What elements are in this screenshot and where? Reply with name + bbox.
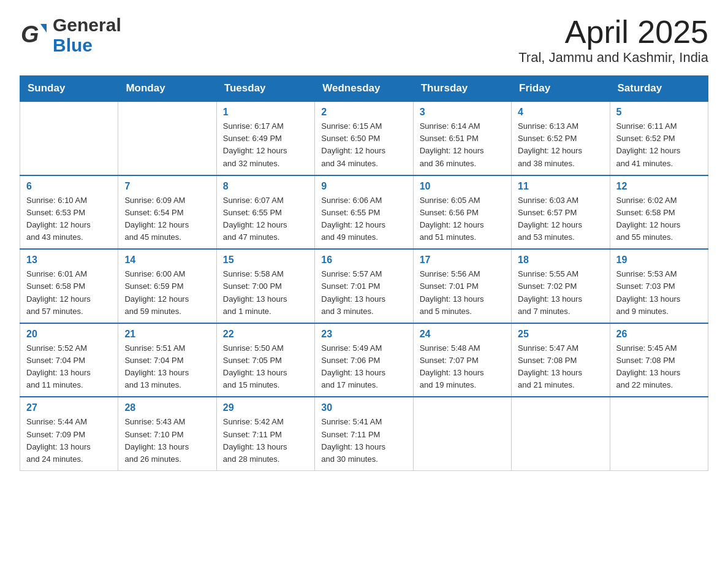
title-block: April 2025 Tral, Jammu and Kashmir, Indi… <box>518 15 708 66</box>
calendar-cell: 29Sunrise: 5:42 AMSunset: 7:11 PMDayligh… <box>216 397 314 470</box>
day-number: 23 <box>321 329 406 340</box>
calendar-cell: 10Sunrise: 6:05 AMSunset: 6:56 PMDayligh… <box>413 175 511 250</box>
day-info: Sunrise: 5:45 AMSunset: 7:08 PMDaylight:… <box>616 342 702 392</box>
calendar-cell: 26Sunrise: 5:45 AMSunset: 7:08 PMDayligh… <box>610 323 708 397</box>
day-number: 21 <box>124 329 210 340</box>
calendar-cell: 11Sunrise: 6:03 AMSunset: 6:57 PMDayligh… <box>512 175 610 250</box>
day-number: 3 <box>420 107 505 118</box>
day-number: 13 <box>26 255 112 266</box>
day-info: Sunrise: 5:52 AMSunset: 7:04 PMDaylight:… <box>26 342 112 392</box>
weekday-header-tuesday: Tuesday <box>216 76 314 102</box>
calendar-header: SundayMondayTuesdayWednesdayThursdayFrid… <box>20 76 708 102</box>
day-number: 12 <box>616 181 702 192</box>
day-number: 4 <box>518 107 603 118</box>
day-number: 14 <box>124 255 210 266</box>
day-number: 17 <box>420 255 505 266</box>
calendar-cell: 23Sunrise: 5:49 AMSunset: 7:06 PMDayligh… <box>315 323 413 397</box>
calendar-cell <box>610 397 708 470</box>
calendar-week-5: 27Sunrise: 5:44 AMSunset: 7:09 PMDayligh… <box>20 397 708 470</box>
day-number: 22 <box>223 329 308 340</box>
day-info: Sunrise: 5:48 AMSunset: 7:07 PMDaylight:… <box>420 342 505 392</box>
weekday-header-saturday: Saturday <box>610 76 708 102</box>
weekday-header-friday: Friday <box>512 76 610 102</box>
calendar-cell <box>413 397 511 470</box>
logo: G General Blue <box>20 15 121 55</box>
calendar-cell: 17Sunrise: 5:56 AMSunset: 7:01 PMDayligh… <box>413 249 511 323</box>
calendar-body: 1Sunrise: 6:17 AMSunset: 6:49 PMDaylight… <box>20 101 708 470</box>
day-info: Sunrise: 6:06 AMSunset: 6:55 PMDaylight:… <box>321 194 406 244</box>
day-info: Sunrise: 6:17 AMSunset: 6:49 PMDaylight:… <box>223 120 308 170</box>
calendar-cell: 9Sunrise: 6:06 AMSunset: 6:55 PMDaylight… <box>315 175 413 250</box>
day-number: 18 <box>518 255 603 266</box>
calendar-cell: 4Sunrise: 6:13 AMSunset: 6:52 PMDaylight… <box>512 101 610 175</box>
day-info: Sunrise: 5:44 AMSunset: 7:09 PMDaylight:… <box>26 416 112 465</box>
calendar-cell: 16Sunrise: 5:57 AMSunset: 7:01 PMDayligh… <box>315 249 413 323</box>
calendar-cell <box>118 101 216 175</box>
day-number: 26 <box>616 329 702 340</box>
day-info: Sunrise: 6:09 AMSunset: 6:54 PMDaylight:… <box>124 194 210 244</box>
day-info: Sunrise: 6:14 AMSunset: 6:51 PMDaylight:… <box>420 120 505 170</box>
day-number: 1 <box>223 107 308 118</box>
day-info: Sunrise: 6:05 AMSunset: 6:56 PMDaylight:… <box>420 194 505 244</box>
day-number: 20 <box>26 329 112 340</box>
calendar-cell <box>512 397 610 470</box>
weekday-header-sunday: Sunday <box>20 76 118 102</box>
day-number: 16 <box>321 255 406 266</box>
calendar-cell: 1Sunrise: 6:17 AMSunset: 6:49 PMDaylight… <box>216 101 314 175</box>
day-info: Sunrise: 6:11 AMSunset: 6:52 PMDaylight:… <box>616 120 702 170</box>
calendar-cell <box>20 101 118 175</box>
calendar-cell: 20Sunrise: 5:52 AMSunset: 7:04 PMDayligh… <box>20 323 118 397</box>
calendar-cell: 8Sunrise: 6:07 AMSunset: 6:55 PMDaylight… <box>216 175 314 250</box>
day-info: Sunrise: 6:10 AMSunset: 6:53 PMDaylight:… <box>26 194 112 244</box>
day-number: 28 <box>124 402 210 413</box>
logo-line2: Blue <box>53 35 121 55</box>
logo-line1: General <box>53 15 121 35</box>
calendar-cell: 18Sunrise: 5:55 AMSunset: 7:02 PMDayligh… <box>512 249 610 323</box>
calendar-week-4: 20Sunrise: 5:52 AMSunset: 7:04 PMDayligh… <box>20 323 708 397</box>
weekday-header-monday: Monday <box>118 76 216 102</box>
day-info: Sunrise: 6:03 AMSunset: 6:57 PMDaylight:… <box>518 194 603 244</box>
day-number: 25 <box>518 329 603 340</box>
day-info: Sunrise: 5:58 AMSunset: 7:00 PMDaylight:… <box>223 268 308 318</box>
calendar-week-1: 1Sunrise: 6:17 AMSunset: 6:49 PMDaylight… <box>20 101 708 175</box>
calendar-cell: 25Sunrise: 5:47 AMSunset: 7:08 PMDayligh… <box>512 323 610 397</box>
calendar-table: SundayMondayTuesdayWednesdayThursdayFrid… <box>20 75 708 471</box>
day-info: Sunrise: 6:02 AMSunset: 6:58 PMDaylight:… <box>616 194 702 244</box>
calendar-title: April 2025 <box>518 15 708 50</box>
day-info: Sunrise: 6:07 AMSunset: 6:55 PMDaylight:… <box>223 194 308 244</box>
calendar-cell: 19Sunrise: 5:53 AMSunset: 7:03 PMDayligh… <box>610 249 708 323</box>
day-info: Sunrise: 5:55 AMSunset: 7:02 PMDaylight:… <box>518 268 603 318</box>
day-number: 30 <box>321 402 406 413</box>
day-info: Sunrise: 5:51 AMSunset: 7:04 PMDaylight:… <box>124 342 210 392</box>
page-header: G General Blue April 2025 Tral, Jammu an… <box>20 15 708 66</box>
day-number: 8 <box>223 181 308 192</box>
day-number: 7 <box>124 181 210 192</box>
weekday-header-thursday: Thursday <box>413 76 511 102</box>
svg-text:G: G <box>21 21 39 47</box>
weekday-header-wednesday: Wednesday <box>315 76 413 102</box>
calendar-cell: 24Sunrise: 5:48 AMSunset: 7:07 PMDayligh… <box>413 323 511 397</box>
day-info: Sunrise: 6:01 AMSunset: 6:58 PMDaylight:… <box>26 268 112 318</box>
day-info: Sunrise: 5:49 AMSunset: 7:06 PMDaylight:… <box>321 342 406 392</box>
day-info: Sunrise: 5:57 AMSunset: 7:01 PMDaylight:… <box>321 268 406 318</box>
day-info: Sunrise: 6:00 AMSunset: 6:59 PMDaylight:… <box>124 268 210 318</box>
day-number: 27 <box>26 402 112 413</box>
day-info: Sunrise: 5:56 AMSunset: 7:01 PMDaylight:… <box>420 268 505 318</box>
day-number: 6 <box>26 181 112 192</box>
calendar-cell: 12Sunrise: 6:02 AMSunset: 6:58 PMDayligh… <box>610 175 708 250</box>
calendar-week-3: 13Sunrise: 6:01 AMSunset: 6:58 PMDayligh… <box>20 249 708 323</box>
day-number: 2 <box>321 107 406 118</box>
day-info: Sunrise: 5:47 AMSunset: 7:08 PMDaylight:… <box>518 342 603 392</box>
day-info: Sunrise: 5:41 AMSunset: 7:11 PMDaylight:… <box>321 416 406 465</box>
calendar-subtitle: Tral, Jammu and Kashmir, India <box>518 50 708 66</box>
day-number: 5 <box>616 107 702 118</box>
calendar-cell: 6Sunrise: 6:10 AMSunset: 6:53 PMDaylight… <box>20 175 118 250</box>
calendar-cell: 15Sunrise: 5:58 AMSunset: 7:00 PMDayligh… <box>216 249 314 323</box>
calendar-cell: 13Sunrise: 6:01 AMSunset: 6:58 PMDayligh… <box>20 249 118 323</box>
day-info: Sunrise: 5:42 AMSunset: 7:11 PMDaylight:… <box>223 416 308 465</box>
calendar-cell: 3Sunrise: 6:14 AMSunset: 6:51 PMDaylight… <box>413 101 511 175</box>
calendar-cell: 30Sunrise: 5:41 AMSunset: 7:11 PMDayligh… <box>315 397 413 470</box>
svg-marker-1 <box>40 24 47 33</box>
logo-icon: G <box>20 19 51 51</box>
calendar-cell: 28Sunrise: 5:43 AMSunset: 7:10 PMDayligh… <box>118 397 216 470</box>
